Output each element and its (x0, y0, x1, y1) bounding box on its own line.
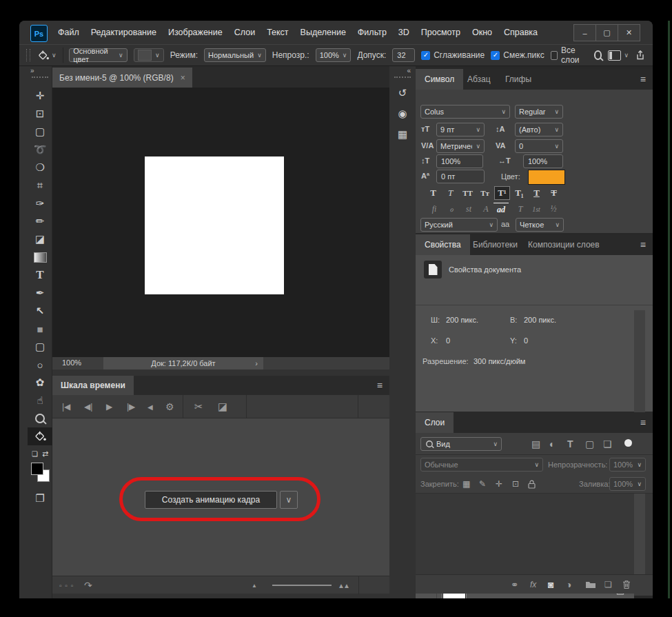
all-caps-button[interactable]: TT (460, 186, 476, 200)
filter-adjustment-layers-icon[interactable]: ◐ (549, 433, 555, 455)
new-group-icon[interactable] (585, 575, 596, 594)
toolbar-grip[interactable] (32, 77, 48, 81)
rectangle-tool[interactable]: ■ (28, 320, 52, 338)
search-icon[interactable] (594, 50, 602, 60)
filter-toggle[interactable] (624, 439, 632, 447)
titling-alternates-button[interactable]: ad (493, 203, 509, 216)
vertical-scale-input[interactable]: 100% (436, 154, 483, 168)
menu-file[interactable]: Файл (58, 28, 79, 37)
fractions-button[interactable]: ½ (546, 203, 561, 215)
tab-layers[interactable]: Слои (416, 412, 454, 433)
properties-menu-icon[interactable]: ≡ (640, 240, 646, 250)
paint-bucket-tool[interactable] (28, 427, 52, 445)
color-panel-icon[interactable]: ◉ (389, 105, 416, 123)
zoom-level[interactable]: 100% (62, 358, 81, 367)
fill-source-dropdown[interactable]: Основной цвет∨ (69, 48, 127, 62)
workspace-switcher[interactable]: ∨ (608, 50, 629, 61)
menu-3d[interactable]: 3D (398, 28, 409, 37)
filter-pixel-layers-icon[interactable]: ▤ (531, 433, 540, 455)
menu-select[interactable]: Выделение (301, 28, 346, 37)
menu-help[interactable]: Справка (504, 28, 538, 37)
swap-colors-icon[interactable]: ⇄ (42, 449, 48, 458)
marquee-tool[interactable]: ▢ (28, 123, 52, 141)
hand-tool[interactable]: ☝ (28, 392, 52, 409)
lasso-tool[interactable]: ➰ (28, 141, 52, 159)
create-animation-dropdown[interactable]: ∨ (280, 491, 298, 509)
character-menu-icon[interactable]: ≡ (640, 74, 646, 84)
share-icon[interactable] (635, 50, 646, 61)
quick-selection-tool[interactable]: ❍ (28, 159, 52, 176)
document-size-info[interactable]: Док: 117,2К/0 байт › (103, 357, 263, 370)
document-tab[interactable]: Без имени-5 @ 100% (RGB/8) × (52, 68, 192, 88)
lock-transparency-icon[interactable]: ▦ (462, 474, 470, 494)
transition-icon[interactable]: ◪ (218, 395, 227, 418)
delete-layer-icon[interactable] (622, 575, 631, 594)
eraser-tool[interactable]: ◪ (28, 230, 52, 248)
options-grip[interactable] (26, 49, 30, 61)
timeline-settings-icon[interactable]: ⚙ (165, 395, 174, 418)
lock-artboard-icon[interactable]: ⊡ (512, 474, 519, 494)
first-frame-button[interactable]: |◀ (62, 395, 70, 418)
menu-layers[interactable]: Слои (234, 28, 255, 37)
layers-menu-icon[interactable]: ≡ (640, 418, 646, 427)
antialias-dropdown[interactable]: Четкое∨ (516, 218, 564, 232)
properties-scrollbar[interactable] (634, 310, 645, 424)
direct-selection-tool[interactable]: ↖ (28, 302, 52, 320)
chevron-right-icon[interactable]: › (255, 359, 258, 367)
kerning-dropdown[interactable]: Метрически∨ (436, 139, 485, 153)
filter-type-layers-icon[interactable]: T (567, 433, 573, 455)
leading-dropdown[interactable]: (Авто)∨ (515, 123, 563, 136)
foreground-color-swatch[interactable] (31, 463, 43, 475)
tab-layer-comps[interactable]: Композиции слоев (519, 234, 609, 255)
text-color-swatch[interactable] (528, 170, 565, 185)
toolbar-collapse-icon[interactable]: » (30, 67, 34, 74)
move-tool[interactable]: ✛ (28, 87, 52, 105)
subscript-button[interactable]: T₁ (511, 186, 527, 200)
previous-frame-button[interactable]: ◀| (84, 395, 92, 418)
all-layers-checkbox-row[interactable]: Все слои (551, 45, 588, 65)
font-style-dropdown[interactable]: Regular∨ (515, 105, 563, 119)
faux-italic-button[interactable]: T (442, 186, 458, 200)
lock-pixels-icon[interactable]: ✎ (479, 474, 486, 494)
faux-bold-button[interactable]: T (425, 186, 441, 200)
timeline-zoom-slider[interactable] (272, 585, 332, 586)
custom-shape-tool[interactable]: ✿ (28, 374, 52, 392)
new-layer-icon[interactable]: ❏ (604, 575, 612, 594)
contiguous-checkbox-row[interactable]: Смеж.пикс (491, 50, 544, 60)
all-layers-checkbox[interactable] (551, 51, 558, 60)
audio-toggle-button[interactable]: ◀ (147, 395, 153, 418)
layer-filter-dropdown[interactable]: Вид∨ (420, 437, 502, 451)
tab-character[interactable]: Символ (416, 69, 463, 90)
small-caps-button[interactable]: Tт (477, 186, 493, 200)
link-layers-icon[interactable]: ⚭ (511, 575, 519, 594)
fill-dropdown[interactable]: 100%∨ (609, 477, 646, 491)
tab-timeline[interactable]: Шкала времени (52, 376, 134, 395)
layer-effects-icon[interactable]: fx (530, 575, 536, 594)
add-layer-mask-icon[interactable]: ◙ (548, 575, 553, 594)
discretionary-ligatures-button[interactable]: st (461, 203, 476, 215)
font-family-dropdown[interactable]: Colus∨ (420, 105, 510, 119)
adjustment-layer-icon[interactable]: ◑ (566, 575, 571, 594)
rounded-rectangle-tool[interactable]: ▢ (28, 338, 52, 356)
menu-edit[interactable]: Редактирование (91, 28, 156, 37)
menu-window[interactable]: Окно (472, 28, 492, 37)
eyedropper-tool[interactable]: ✑ (28, 194, 52, 212)
tab-paragraph[interactable]: Абзац (458, 69, 500, 90)
tracking-dropdown[interactable]: 0∨ (515, 139, 563, 153)
superscript-button[interactable]: T¹ (494, 186, 510, 200)
lock-all-icon[interactable] (528, 474, 536, 494)
swatches-panel-icon[interactable]: ▦ (389, 125, 416, 143)
stylistic-alternates-button[interactable]: A (478, 203, 493, 215)
tab-properties[interactable]: Свойства (416, 234, 470, 255)
pattern-picker-dropdown[interactable]: ∨ (134, 48, 164, 62)
opacity-dropdown[interactable]: 100%∨ (609, 458, 646, 472)
dock-collapse-icon[interactable]: « (407, 67, 411, 74)
strikethrough-button[interactable]: T (546, 186, 562, 200)
close-icon[interactable]: × (181, 73, 185, 83)
create-frame-animation-button[interactable]: Создать анимацию кадра (145, 491, 277, 509)
menu-view[interactable]: Просмотр (421, 28, 460, 37)
contiguous-checkbox[interactable] (491, 51, 500, 60)
screen-mode-button[interactable]: ❐ (28, 489, 52, 507)
minimize-button[interactable]: – (573, 24, 596, 41)
next-frame-button[interactable]: |▶ (127, 395, 135, 418)
